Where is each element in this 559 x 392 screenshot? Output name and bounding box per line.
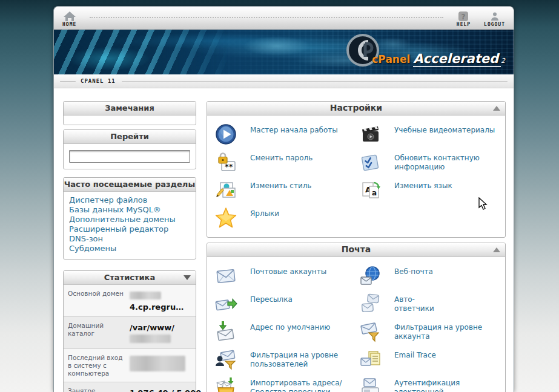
mail-panel-header: Почта	[207, 243, 505, 257]
stats-header: Статистика	[64, 271, 196, 285]
settings-panel: Настройки Мастер начала работы	[207, 101, 506, 238]
sidebar-link-mysql-databases[interactable]: Базы данных MySQL®	[69, 205, 190, 215]
sidebar-link-file-manager[interactable]: Диспетчер файлов	[69, 195, 190, 205]
brand-accelerated-sub: 2	[501, 57, 505, 65]
item-import-addresses[interactable]: Импортировать адреса/ Средства пересылки	[214, 374, 359, 392]
item-email-trace[interactable]: Email Trace	[359, 346, 503, 374]
item-shortcuts[interactable]: Ярлыки	[214, 204, 359, 232]
redacted-value	[130, 292, 161, 299]
notes-section: Замечания	[63, 101, 196, 125]
redacted-value	[130, 356, 185, 371]
item-forwarders[interactable]: Пересылка	[214, 290, 359, 318]
cpanel-page: HOME ? HELP LOGOUT	[53, 6, 514, 392]
sidebar-link-dns-zone-editor[interactable]: Расширенный редактор DNS-зон	[69, 224, 190, 244]
help-label: HELP	[457, 22, 471, 27]
account-filtering-icon	[359, 320, 382, 343]
stat-row-main-domain: Основной домен 4.cp.regru…	[64, 285, 196, 316]
email-trace-icon	[359, 348, 382, 371]
notes-body	[64, 116, 196, 125]
goto-search-input[interactable]	[69, 150, 190, 163]
desktop-background: HOME ? HELP LOGOUT	[0, 0, 559, 392]
stat-row-last-login: Последний вход в систему с компьютера	[64, 348, 196, 382]
goto-header: Перейти	[64, 130, 196, 144]
autoresponders-icon	[359, 292, 382, 315]
item-default-address[interactable]: Адрес по умолчанию	[214, 318, 359, 346]
help-button[interactable]: ? HELP	[457, 11, 471, 27]
item-change-password[interactable]: ** Сменить пароль	[214, 149, 359, 177]
stat-row-home-directory: Домашний каталог /var/www/	[64, 316, 196, 348]
topbar: HOME ? HELP LOGOUT	[54, 7, 514, 30]
home-button[interactable]: HOME	[62, 11, 76, 27]
email-accounts-icon	[214, 264, 237, 287]
content-area: Замечания Перейти Часто посещаемые разде…	[54, 88, 514, 392]
sidebar-link-addon-domains[interactable]: Дополнительные домены	[69, 215, 190, 224]
main-area: Настройки Мастер начала работы	[207, 101, 506, 392]
item-webmail[interactable]: Веб-почта	[359, 263, 503, 290]
stats-collapse-icon[interactable]	[184, 275, 191, 280]
redacted-value	[130, 335, 171, 343]
stat-row-disk-space: Занятое дисковое пространство 1 976,49 /…	[64, 382, 196, 392]
default-address-icon	[214, 320, 237, 343]
version-strip: CPANEL 11	[54, 74, 514, 88]
logout-button[interactable]: LOGOUT	[484, 11, 505, 27]
change-password-icon: **	[214, 151, 237, 174]
settings-panel-header: Настройки	[207, 102, 505, 116]
import-addresses-icon	[214, 376, 237, 392]
settings-collapse-icon[interactable]	[493, 106, 500, 111]
forwarders-icon	[214, 292, 237, 315]
item-change-language[interactable]: A a Изменить язык	[359, 177, 503, 204]
mail-collapse-icon[interactable]	[493, 247, 500, 252]
mail-panel: Почта Почтовые а	[207, 243, 506, 392]
frequent-header: Часто посещаемые разделы	[64, 178, 196, 192]
svg-text:?: ?	[461, 13, 466, 21]
item-getting-started[interactable]: Мастер начала работы	[214, 121, 359, 149]
getting-started-icon	[214, 123, 237, 146]
brand-accelerated: Accelerated	[413, 51, 501, 67]
help-icon: ?	[458, 11, 469, 21]
shortcuts-icon	[214, 206, 237, 229]
logout-icon	[490, 11, 500, 21]
sidebar: Замечания Перейти Часто посещаемые разде…	[63, 101, 196, 392]
email-auth-icon	[359, 376, 382, 392]
user-filtering-icon	[214, 348, 237, 371]
item-video-tutorials[interactable]: Учебные видеоматериалы	[359, 121, 503, 149]
logout-label: LOGOUT	[484, 22, 505, 27]
version-label: CPANEL 11	[81, 78, 116, 84]
item-update-contact-info[interactable]: Обновить контактную информацию	[359, 149, 503, 177]
item-email-authentication[interactable]: Аутентификация электронной почты	[359, 374, 503, 392]
home-icon	[64, 11, 76, 21]
change-style-icon	[214, 178, 237, 201]
home-label: HOME	[62, 22, 76, 27]
item-email-accounts[interactable]: Почтовые аккаунты	[214, 263, 359, 290]
topbar-dotted-divider	[90, 17, 443, 18]
video-tutorials-icon	[359, 123, 382, 146]
notes-header: Замечания	[64, 102, 196, 116]
change-language-icon: A a	[359, 178, 382, 201]
svg-text:a: a	[372, 189, 377, 197]
goto-section: Перейти	[63, 129, 196, 169]
webmail-icon	[359, 264, 382, 287]
item-account-level-filtering[interactable]: Фильтрация на уровне аккаунта	[359, 318, 503, 346]
item-change-style[interactable]: Изменить стиль	[214, 177, 359, 204]
banner: cPanel Accelerated 2	[54, 30, 514, 74]
cpanel-logo: cPanel Accelerated 2	[345, 33, 505, 70]
item-autoresponders[interactable]: Авто- ответчики	[359, 290, 503, 318]
frequent-sections: Часто посещаемые разделы Диспетчер файло…	[63, 177, 196, 260]
stats-section: Статистика Основной домен 4.cp.regru… До…	[63, 270, 196, 392]
sidebar-link-subdomains[interactable]: Субдомены	[69, 244, 190, 253]
item-user-level-filtering[interactable]: Фильтрация на уровне пользователей	[214, 346, 359, 374]
brand-name: cPanel	[372, 53, 410, 65]
update-contact-icon	[359, 151, 382, 174]
